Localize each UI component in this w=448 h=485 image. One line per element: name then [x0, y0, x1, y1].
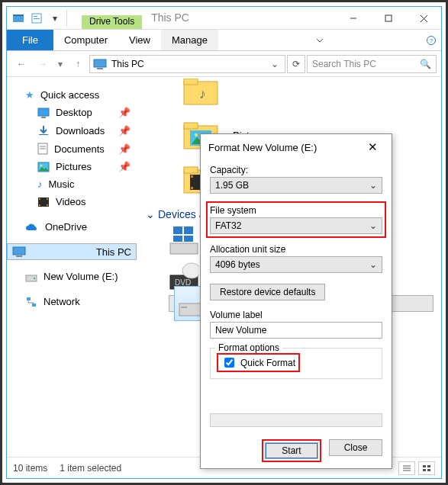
- ribbon: File Computer View Manage ?: [7, 30, 441, 51]
- address-dropdown-icon[interactable]: ⌄: [268, 59, 282, 69]
- quick-format-input[interactable]: [224, 358, 234, 368]
- svg-rect-14: [41, 117, 46, 118]
- qat-dropdown-icon[interactable]: ▾: [47, 10, 63, 27]
- nav-quick-access-label: Quick access: [40, 89, 99, 101]
- pin-icon: 📌: [118, 125, 131, 137]
- drive-icon: [25, 271, 37, 282]
- nav-downloads[interactable]: Downloads📌: [7, 121, 137, 140]
- allocation-select[interactable]: 4096 bytes⌄: [210, 256, 382, 273]
- view-details-button[interactable]: [398, 461, 415, 475]
- svg-rect-24: [47, 198, 48, 200]
- nav-back-button[interactable]: ←: [11, 55, 31, 73]
- svg-rect-6: [385, 15, 392, 21]
- nav-pictures[interactable]: Pictures📌: [7, 158, 137, 175]
- svg-rect-30: [27, 297, 31, 300]
- dialog-close-button[interactable]: ✕: [361, 136, 384, 159]
- svg-rect-3: [34, 16, 37, 17]
- capacity-select[interactable]: 1.95 GB⌄: [210, 177, 382, 194]
- maximize-button[interactable]: [371, 7, 406, 30]
- dialog-title: Format New Volume (E:): [208, 142, 317, 153]
- svg-rect-36: [184, 123, 198, 129]
- address-box[interactable]: This PC ⌄: [89, 55, 285, 73]
- status-selected: 1 item selected: [60, 463, 121, 474]
- tab-file[interactable]: File: [7, 30, 53, 50]
- address-text: This PC: [111, 59, 144, 69]
- allocation-label: Allocation unit size: [210, 244, 382, 255]
- pin-icon: 📌: [118, 143, 131, 155]
- format-options-group: Format options Quick Format: [210, 348, 382, 379]
- tab-computer[interactable]: Computer: [53, 30, 118, 50]
- nav-quick-access[interactable]: ★ Quick access: [7, 86, 137, 104]
- format-options-legend: Format options: [215, 342, 282, 353]
- close-button[interactable]: [406, 7, 441, 30]
- nav-music[interactable]: ♪ Music: [7, 175, 137, 193]
- nav-desktop[interactable]: Desktop📌: [7, 104, 137, 121]
- nav-forward-button[interactable]: →: [33, 55, 53, 73]
- nav-this-pc[interactable]: This PC: [7, 243, 137, 260]
- view-large-button[interactable]: [418, 461, 435, 475]
- ribbon-help-icon[interactable]: ?: [421, 30, 441, 50]
- restore-defaults-button[interactable]: Restore device defaults: [210, 284, 325, 300]
- svg-text:?: ?: [430, 37, 433, 44]
- svg-rect-11: [94, 59, 106, 67]
- search-placeholder: Search This PC: [312, 59, 376, 69]
- nav-up-button[interactable]: ↑: [68, 55, 88, 73]
- svg-rect-54: [181, 307, 187, 308]
- nav-videos[interactable]: Videos: [7, 193, 137, 210]
- volume-label-input[interactable]: [210, 322, 382, 339]
- pc-icon: [12, 246, 26, 257]
- close-button-dialog[interactable]: Close: [329, 439, 382, 456]
- nav-documents[interactable]: Documents📌: [7, 140, 137, 158]
- quick-format-checkbox[interactable]: Quick Format: [221, 355, 295, 370]
- search-icon: 🔍: [420, 59, 431, 69]
- nav-new-volume-label: New Volume (E:): [44, 271, 118, 282]
- svg-rect-13: [38, 108, 49, 116]
- refresh-button[interactable]: ⟳: [287, 55, 305, 73]
- start-button[interactable]: Start: [265, 442, 318, 459]
- properties-icon[interactable]: [28, 10, 45, 27]
- svg-rect-31: [32, 304, 36, 307]
- quick-format-label: Quick Format: [240, 358, 295, 368]
- svg-rect-61: [427, 469, 430, 471]
- nav-new-volume[interactable]: New Volume (E:): [7, 268, 137, 285]
- nav-desktop-label: Desktop: [56, 107, 92, 118]
- music-folder-icon[interactable]: ♪: [182, 79, 219, 106]
- svg-rect-48: [184, 236, 193, 242]
- svg-rect-46: [184, 226, 193, 234]
- svg-rect-27: [16, 255, 22, 257]
- search-input[interactable]: Search This PC 🔍: [307, 55, 437, 73]
- tab-view[interactable]: View: [118, 30, 161, 50]
- capacity-label: Capacity:: [210, 165, 382, 175]
- onedrive-icon: [25, 223, 39, 232]
- nav-recent-dropdown[interactable]: ▾: [54, 55, 66, 73]
- chevron-down-icon: ⌄: [369, 220, 377, 231]
- filesystem-select[interactable]: FAT32⌄: [210, 217, 382, 234]
- pin-icon: 📌: [118, 161, 131, 172]
- svg-point-38: [195, 133, 198, 137]
- nav-videos-label: Videos: [56, 196, 86, 207]
- qat-separator: [66, 10, 74, 27]
- status-items: 10 items: [13, 463, 47, 474]
- nav-network[interactable]: Network: [7, 293, 137, 310]
- downloads-icon: [37, 124, 50, 137]
- ribbon-expand-icon[interactable]: [307, 30, 333, 50]
- progress-bar: [210, 413, 382, 427]
- quick-access-toolbar: ▾: [7, 7, 77, 29]
- minimize-button[interactable]: [336, 7, 371, 30]
- tab-manage[interactable]: Manage: [161, 30, 218, 50]
- svg-rect-22: [39, 198, 40, 200]
- svg-rect-1: [13, 14, 24, 16]
- pictures-icon: [37, 162, 50, 172]
- svg-rect-47: [173, 236, 182, 242]
- app-icon: [10, 10, 27, 27]
- dialog-titlebar[interactable]: Format New Volume (E:) ✕: [201, 134, 392, 160]
- svg-point-51: [182, 263, 199, 278]
- nav-music-label: Music: [49, 178, 75, 190]
- svg-rect-58: [423, 465, 426, 467]
- svg-rect-23: [39, 204, 40, 206]
- nav-onedrive[interactable]: OneDrive: [7, 218, 137, 236]
- window-title: This PC: [142, 7, 195, 29]
- context-tab-drive-tools[interactable]: Drive Tools: [82, 15, 142, 29]
- svg-rect-26: [13, 247, 25, 255]
- svg-rect-33: [184, 79, 198, 85]
